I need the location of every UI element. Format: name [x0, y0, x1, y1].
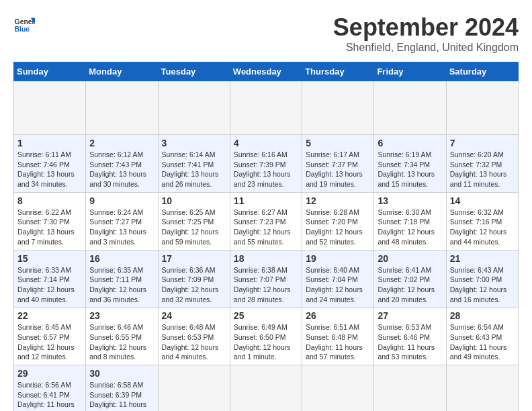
cell-info: Sunrise: 6:17 AM Sunset: 7:37 PM Dayligh…: [306, 150, 370, 189]
calendar-cell: 3Sunrise: 6:14 AM Sunset: 7:41 PM Daylig…: [158, 135, 230, 193]
day-number: 20: [378, 253, 442, 264]
logo-icon: General Blue: [13, 13, 35, 35]
day-number: 5: [306, 138, 370, 148]
day-number: 12: [306, 195, 370, 206]
day-number: 26: [306, 310, 370, 321]
svg-text:Blue: Blue: [15, 26, 30, 33]
calendar-cell: 18Sunrise: 6:38 AM Sunset: 7:07 PM Dayli…: [230, 250, 302, 308]
col-wednesday: Wednesday: [230, 62, 302, 81]
col-saturday: Saturday: [446, 62, 518, 81]
calendar-cell: [446, 365, 518, 412]
cell-info: Sunrise: 6:12 AM Sunset: 7:43 PM Dayligh…: [89, 150, 154, 189]
col-sunday: Sunday: [14, 62, 86, 81]
cell-info: Sunrise: 6:38 AM Sunset: 7:07 PM Dayligh…: [234, 265, 298, 305]
day-number: 3: [162, 138, 226, 148]
cell-info: Sunrise: 6:41 AM Sunset: 7:02 PM Dayligh…: [378, 265, 442, 305]
calendar-cell: 14Sunrise: 6:32 AM Sunset: 7:16 PM Dayli…: [446, 192, 518, 250]
day-number: 24: [162, 310, 226, 321]
cell-info: Sunrise: 6:20 AM Sunset: 7:32 PM Dayligh…: [450, 150, 515, 189]
calendar-cell: 9Sunrise: 6:24 AM Sunset: 7:27 PM Daylig…: [86, 192, 158, 250]
cell-info: Sunrise: 6:48 AM Sunset: 6:53 PM Dayligh…: [162, 322, 226, 362]
calendar-cell: 5Sunrise: 6:17 AM Sunset: 7:37 PM Daylig…: [302, 135, 374, 193]
calendar-cell: [230, 81, 302, 135]
cell-info: Sunrise: 6:11 AM Sunset: 7:46 PM Dayligh…: [17, 150, 82, 189]
cell-info: Sunrise: 6:25 AM Sunset: 7:25 PM Dayligh…: [162, 208, 226, 247]
day-number: 29: [17, 368, 82, 379]
calendar-cell: 19Sunrise: 6:40 AM Sunset: 7:04 PM Dayli…: [302, 250, 374, 308]
calendar-cell: 17Sunrise: 6:36 AM Sunset: 7:09 PM Dayli…: [158, 250, 230, 308]
cell-info: Sunrise: 6:58 AM Sunset: 6:39 PM Dayligh…: [89, 380, 154, 411]
calendar-cell: [86, 81, 158, 135]
calendar-cell: 2Sunrise: 6:12 AM Sunset: 7:43 PM Daylig…: [86, 135, 158, 193]
day-number: 1: [17, 138, 82, 148]
calendar-cell: 28Sunrise: 6:54 AM Sunset: 6:43 PM Dayli…: [446, 308, 518, 365]
day-number: 2: [89, 138, 154, 148]
calendar-cell: [302, 81, 374, 135]
calendar-cell: [230, 365, 302, 412]
calendar-cell: 27Sunrise: 6:53 AM Sunset: 6:46 PM Dayli…: [374, 308, 446, 365]
calendar-cell: [374, 81, 446, 135]
col-friday: Friday: [374, 62, 446, 81]
cell-info: Sunrise: 6:40 AM Sunset: 7:04 PM Dayligh…: [306, 265, 370, 305]
month-title: September 2024: [333, 13, 519, 42]
cell-info: Sunrise: 6:43 AM Sunset: 7:00 PM Dayligh…: [450, 265, 515, 305]
calendar-cell: 15Sunrise: 6:33 AM Sunset: 7:14 PM Dayli…: [14, 250, 86, 308]
cell-info: Sunrise: 6:14 AM Sunset: 7:41 PM Dayligh…: [162, 150, 226, 189]
day-number: 6: [378, 138, 442, 148]
cell-info: Sunrise: 6:30 AM Sunset: 7:18 PM Dayligh…: [378, 208, 442, 247]
cell-info: Sunrise: 6:54 AM Sunset: 6:43 PM Dayligh…: [450, 322, 515, 362]
calendar-cell: 26Sunrise: 6:51 AM Sunset: 6:48 PM Dayli…: [302, 308, 374, 365]
cell-info: Sunrise: 6:16 AM Sunset: 7:39 PM Dayligh…: [234, 150, 298, 189]
cell-info: Sunrise: 6:35 AM Sunset: 7:11 PM Dayligh…: [89, 265, 154, 305]
cell-info: Sunrise: 6:22 AM Sunset: 7:30 PM Dayligh…: [17, 208, 82, 247]
cell-info: Sunrise: 6:32 AM Sunset: 7:16 PM Dayligh…: [450, 208, 515, 247]
calendar-cell: 8Sunrise: 6:22 AM Sunset: 7:30 PM Daylig…: [14, 192, 86, 250]
calendar-cell: [446, 81, 518, 135]
cell-info: Sunrise: 6:27 AM Sunset: 7:23 PM Dayligh…: [234, 208, 298, 247]
calendar-cell: 10Sunrise: 6:25 AM Sunset: 7:25 PM Dayli…: [158, 192, 230, 250]
calendar-cell: 1Sunrise: 6:11 AM Sunset: 7:46 PM Daylig…: [14, 135, 86, 193]
title-area: September 2024 Shenfield, England, Unite…: [333, 13, 519, 54]
calendar-cell: 20Sunrise: 6:41 AM Sunset: 7:02 PM Dayli…: [374, 250, 446, 308]
calendar-cell: 16Sunrise: 6:35 AM Sunset: 7:11 PM Dayli…: [86, 250, 158, 308]
col-thursday: Thursday: [302, 62, 374, 81]
calendar-cell: 21Sunrise: 6:43 AM Sunset: 7:00 PM Dayli…: [446, 250, 518, 308]
day-number: 11: [234, 195, 298, 206]
calendar-cell: 7Sunrise: 6:20 AM Sunset: 7:32 PM Daylig…: [446, 135, 518, 193]
calendar-cell: 23Sunrise: 6:46 AM Sunset: 6:55 PM Dayli…: [86, 308, 158, 365]
day-number: 23: [89, 310, 154, 321]
calendar-week-1: 1Sunrise: 6:11 AM Sunset: 7:46 PM Daylig…: [14, 135, 519, 193]
calendar-cell: 30Sunrise: 6:58 AM Sunset: 6:39 PM Dayli…: [86, 365, 158, 412]
cell-info: Sunrise: 6:36 AM Sunset: 7:09 PM Dayligh…: [162, 265, 226, 305]
cell-info: Sunrise: 6:33 AM Sunset: 7:14 PM Dayligh…: [17, 265, 82, 305]
calendar-week-2: 8Sunrise: 6:22 AM Sunset: 7:30 PM Daylig…: [14, 192, 519, 250]
calendar-cell: [158, 81, 230, 135]
day-number: 21: [450, 253, 515, 264]
day-number: 14: [450, 195, 515, 206]
calendar-cell: 22Sunrise: 6:45 AM Sunset: 6:57 PM Dayli…: [14, 308, 86, 365]
cell-info: Sunrise: 6:19 AM Sunset: 7:34 PM Dayligh…: [378, 150, 442, 189]
day-number: 30: [89, 368, 154, 379]
day-number: 28: [450, 310, 515, 321]
day-number: 18: [234, 253, 298, 264]
calendar-table: Sunday Monday Tuesday Wednesday Thursday…: [13, 62, 519, 411]
day-number: 15: [17, 253, 82, 264]
calendar-cell: [302, 365, 374, 412]
col-monday: Monday: [86, 62, 158, 81]
day-number: 7: [450, 138, 515, 148]
calendar-week-5: 29Sunrise: 6:56 AM Sunset: 6:41 PM Dayli…: [14, 365, 519, 412]
cell-info: Sunrise: 6:24 AM Sunset: 7:27 PM Dayligh…: [89, 208, 154, 247]
day-number: 22: [17, 310, 82, 321]
day-number: 4: [234, 138, 298, 148]
day-number: 10: [162, 195, 226, 206]
calendar-cell: 4Sunrise: 6:16 AM Sunset: 7:39 PM Daylig…: [230, 135, 302, 193]
calendar-cell: [158, 365, 230, 412]
col-tuesday: Tuesday: [158, 62, 230, 81]
calendar-cell: 6Sunrise: 6:19 AM Sunset: 7:34 PM Daylig…: [374, 135, 446, 193]
calendar-cell: 12Sunrise: 6:28 AM Sunset: 7:20 PM Dayli…: [302, 192, 374, 250]
cell-info: Sunrise: 6:46 AM Sunset: 6:55 PM Dayligh…: [89, 322, 154, 362]
cell-info: Sunrise: 6:45 AM Sunset: 6:57 PM Dayligh…: [17, 322, 82, 362]
location-title: Shenfield, England, United Kingdom: [333, 42, 519, 54]
cell-info: Sunrise: 6:56 AM Sunset: 6:41 PM Dayligh…: [17, 380, 82, 411]
calendar-week-3: 15Sunrise: 6:33 AM Sunset: 7:14 PM Dayli…: [14, 250, 519, 308]
